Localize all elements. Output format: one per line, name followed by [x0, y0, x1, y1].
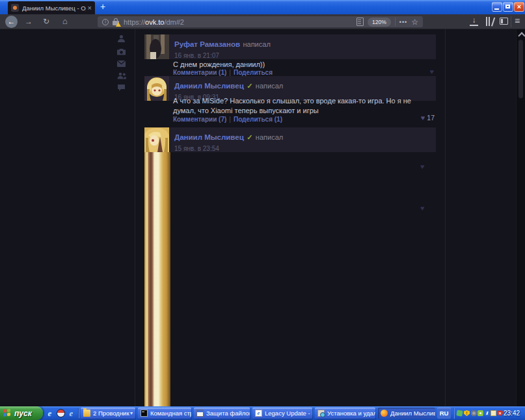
info-icon[interactable]: i	[102, 19, 109, 25]
profile-icon[interactable]	[117, 34, 126, 43]
taskbar-clock[interactable]: 23:42	[504, 406, 520, 420]
start-label: пуск	[14, 409, 32, 418]
start-button[interactable]: пуск	[0, 406, 43, 420]
comments-link[interactable]: Комментарии (1)	[173, 69, 226, 76]
url-path: /dm#2	[164, 18, 184, 26]
tray-utility-icon[interactable]	[456, 410, 463, 416]
taskbar-button-legacy-update[interactable]: e Legacy Update - M...	[252, 408, 312, 419]
address-bar[interactable]: i https://ovk.to/dm#2 120% ••• ☆	[98, 16, 423, 27]
page-scrollbar[interactable]	[516, 29, 525, 406]
comments-link[interactable]: Комментарии (7)	[173, 116, 226, 123]
post-attached-image[interactable]	[144, 152, 170, 406]
close-window-button[interactable]: ×	[514, 2, 524, 12]
verified-check-icon: ✓	[247, 82, 252, 90]
taskbar-button-cmd[interactable]: Командная строка	[138, 408, 191, 419]
tray-nvidia-icon[interactable]	[478, 410, 483, 416]
content-left-border	[135, 29, 135, 406]
scrollbar-up-icon[interactable]	[518, 32, 525, 39]
post-action-label: написал	[256, 82, 283, 90]
zoom-level-button[interactable]: 120%	[368, 18, 391, 27]
url-text[interactable]: https://ovk.to/dm#2	[124, 18, 353, 26]
minimize-button[interactable]	[492, 2, 502, 12]
url-host: ovk.to	[145, 18, 164, 26]
language-indicator[interactable]: RU	[437, 408, 451, 419]
console-icon	[141, 410, 148, 417]
post-footer: Комментарии (1)|Поделиться	[173, 69, 273, 76]
quicklaunch-explorer-icon[interactable]: e	[67, 409, 75, 417]
window-titlebar: Даниил Мысливец - OpenVK × + ×	[0, 0, 525, 14]
like-button[interactable]: ♥	[429, 68, 434, 75]
url-scheme: https://	[124, 18, 145, 26]
heart-icon[interactable]: ♥	[429, 68, 434, 75]
forward-button[interactable]: →	[25, 17, 33, 26]
tray-volume-icon[interactable]	[471, 410, 477, 416]
taskbar-button-label: Установка и удал...	[327, 410, 375, 417]
bookmark-star-icon[interactable]: ☆	[411, 18, 418, 26]
heart-icon[interactable]: ♥	[420, 204, 425, 212]
share-link[interactable]: Поделиться	[234, 69, 273, 76]
firefox-icon	[381, 410, 388, 417]
post-text: А что за MiSide? Насколько я слышал, это…	[173, 96, 435, 115]
tray-security-alert-icon[interactable]: ×	[497, 410, 503, 416]
folder-icon	[83, 410, 90, 417]
reader-mode-icon[interactable]	[357, 18, 364, 26]
taskbar-button-firefox[interactable]: Даниил Мысливе...	[378, 408, 435, 419]
taskbar-button-label: Защита файлов ...	[206, 410, 250, 417]
quicklaunch-divider	[78, 408, 79, 418]
taskbar-button-explorer-group[interactable]: 2 Проводник ▾	[81, 408, 135, 419]
tray-bluetooth-icon[interactable]	[484, 410, 490, 416]
post-text: С днем рождения, даниил))	[173, 60, 435, 70]
friends-icon[interactable]	[117, 72, 126, 79]
new-tab-button[interactable]: +	[98, 2, 108, 12]
avatar[interactable]	[144, 127, 169, 152]
screen: Даниил Мысливец - OpenVK × + × ← → ↻ ⌂ i…	[0, 0, 525, 420]
post-author-link[interactable]: Даниил Мысливец	[174, 82, 244, 90]
post-date-link[interactable]: 15 янв. в 23:54	[174, 145, 431, 152]
windows-flag-icon	[3, 408, 12, 417]
quicklaunch-ie-icon[interactable]: e	[46, 409, 54, 417]
heart-icon[interactable]: ♥	[421, 114, 425, 122]
avatar[interactable]	[144, 34, 169, 59]
tray-update-shield-icon[interactable]: !	[464, 410, 470, 416]
downloads-icon[interactable]: ↓	[470, 16, 478, 26]
avatar[interactable]	[144, 76, 169, 101]
group-arrow-icon: ▾	[130, 410, 133, 416]
messages-envelope-icon[interactable]	[117, 60, 126, 67]
scrollbar-thumb[interactable]	[518, 40, 523, 98]
like-button[interactable]: ♥ 17	[421, 114, 435, 122]
quicklaunch-browser-icon[interactable]	[57, 409, 65, 417]
site-favicon-icon	[11, 4, 19, 12]
footer-separator: |	[229, 69, 231, 76]
tab-title: Даниил Мысливец - OpenVK	[22, 5, 86, 12]
restore-button[interactable]	[503, 2, 513, 12]
post-author-link[interactable]: Даниил Мысливец	[174, 133, 244, 141]
browser-tab[interactable]: Даниил Мысливец - OpenVK ×	[8, 1, 95, 14]
comments-bubble-icon[interactable]	[117, 84, 126, 92]
back-button[interactable]: ←	[5, 16, 18, 28]
tab-close-icon[interactable]: ×	[88, 5, 92, 11]
webpage-icon: e	[255, 410, 262, 417]
heart-icon[interactable]: ♥	[420, 163, 425, 170]
taskbar-button-file-protection[interactable]: Защита файлов ...	[194, 408, 250, 419]
toolbar-separator	[511, 16, 511, 27]
verified-check-icon: ✓	[247, 133, 252, 141]
tray-notes-icon[interactable]	[491, 410, 496, 416]
page-actions-icon[interactable]: •••	[399, 19, 407, 25]
sidebar-toggle-icon[interactable]	[500, 18, 508, 25]
post-author-link[interactable]: Руфат Рамазанов	[174, 40, 240, 48]
window-icon	[196, 410, 204, 417]
home-button[interactable]: ⌂	[62, 16, 68, 26]
post-date-link[interactable]: 16 янв. в 21:07	[174, 52, 431, 59]
menu-hamburger-icon[interactable]: ≡	[515, 16, 520, 26]
photos-camera-icon[interactable]	[117, 48, 126, 55]
post-action-label: написал	[256, 133, 283, 141]
share-link[interactable]: Поделиться (1)	[234, 116, 282, 123]
installer-icon	[317, 410, 325, 417]
library-icon[interactable]	[485, 17, 495, 26]
reload-button[interactable]: ↻	[43, 17, 49, 26]
lock-warning-icon[interactable]	[113, 18, 120, 26]
taskbar-button-label: Legacy Update - M...	[265, 410, 312, 417]
taskbar-button-add-remove[interactable]: Установка и удал...	[315, 408, 375, 419]
post-footer: Комментарии (7)|Поделиться (1)	[173, 116, 282, 123]
tray-divider	[453, 408, 455, 419]
